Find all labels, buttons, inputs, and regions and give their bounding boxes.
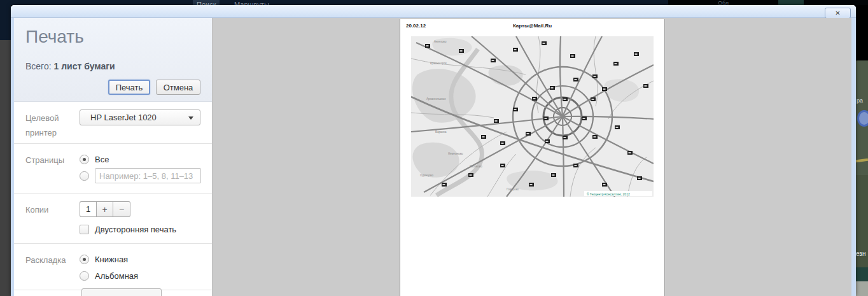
copies-input[interactable] [80,201,96,217]
svg-text:Сколково: Сколково [470,165,482,168]
pages-all-radio[interactable] [80,155,89,164]
preview-page: Карты@Mail.Ru 20.02.12 [400,19,665,296]
background-route-marker [857,110,868,127]
print-preview-area: Карты@Mail.Ru 20.02.12 [213,18,851,296]
printer-selected-value: HP LaserJet 1020 [90,113,157,122]
layout-portrait-label: Книжная [95,255,128,264]
duplex-checkbox[interactable] [80,225,89,234]
copies-decrement-button[interactable]: − [113,201,130,217]
section-pages: Страницы Все [14,144,212,194]
preview-title: Карты@Mail.Ru [400,23,664,29]
next-section-control-partial[interactable] [81,288,162,296]
preview-date: 20.02.12 [406,23,426,29]
copies-label: Копии [25,201,80,236]
background-map-label-fragment-bottom: езн [856,250,865,257]
svg-text:© Геоцентр-Консалтинг, 2012: © Геоцентр-Консалтинг, 2012 [587,192,630,196]
print-dialog: ✕ Печать Всего: 1 лист бумаги Печать Отм… [11,5,856,296]
print-settings-panel: Печать Всего: 1 лист бумаги Печать Отмен… [14,18,213,296]
pages-range-input[interactable] [95,168,201,183]
svg-text:Красногорск: Красногорск [430,62,447,65]
background-left-gray [0,40,11,296]
printer-label: Целевой принтер [25,109,80,136]
background-dark-block [668,0,868,5]
map-image: Ангелово Красногорск Архангельское Барви… [411,36,654,197]
preview-page-header: Карты@Mail.Ru 20.02.12 [400,23,664,31]
background-tab-routes: Маршруты [230,0,273,5]
close-icon: ✕ [835,10,840,17]
total-sheets-text: Всего: 1 лист бумаги [25,61,200,71]
svg-text:Одинцово: Одинцово [420,174,433,177]
pages-all-label: Все [95,155,109,164]
panel-header: Печать Всего: 1 лист бумаги Печать Отмен… [14,18,212,102]
layout-portrait-radio[interactable] [80,255,89,264]
background-gray-fragment [856,281,868,296]
layout-landscape-radio[interactable] [80,271,89,281]
svg-text:Немчиново: Немчиново [448,152,463,155]
background-teal-block [778,0,804,5]
background-left-navy [0,5,11,40]
total-value: 1 лист бумаги [54,61,115,71]
svg-text:Барвиха: Барвиха [435,130,447,134]
map-svg: Ангелово Красногорск Архангельское Барви… [411,36,654,197]
layout-label: Раскладка [25,251,80,282]
chevron-down-icon [188,116,193,120]
copies-increment-button[interactable]: + [96,201,113,217]
section-printer: Целевой принтер HP LaserJet 1020 [14,102,212,144]
close-button[interactable]: ✕ [825,8,851,18]
svg-text:Говорово: Говорово [507,188,519,191]
print-button[interactable]: Печать [108,80,150,95]
section-copies: Копии + − Двусторонняя печать [14,194,212,244]
total-prefix: Всего: [25,61,54,71]
layout-landscape-label: Альбомная [95,271,138,281]
pages-label: Страницы [25,152,80,185]
cancel-button[interactable]: Отмена [156,80,200,95]
background-map-edge: ра езн [856,5,868,296]
map-copyright: © Геоцентр-Консалтинг, 2012 [584,191,652,196]
background-map-label-fragment-top: ра [857,97,863,104]
section-layout: Раскладка Книжная Альбомная [14,244,212,290]
background-tab-search: Поиск [193,0,220,5]
svg-text:Архангельское: Архангельское [426,97,446,101]
background-faint-text: Обл [718,0,729,5]
svg-text:Ангелово: Ангелово [434,40,447,43]
background-teal-fragment [856,267,868,281]
background-page-top: Поиск Маршруты Обл [0,0,868,5]
pages-range-radio[interactable] [80,171,89,181]
duplex-label: Двусторонняя печать [95,225,176,234]
dialog-title: Печать [25,27,200,47]
dialog-titlebar [11,5,856,18]
printer-select[interactable]: HP LaserJet 1020 [80,109,200,125]
